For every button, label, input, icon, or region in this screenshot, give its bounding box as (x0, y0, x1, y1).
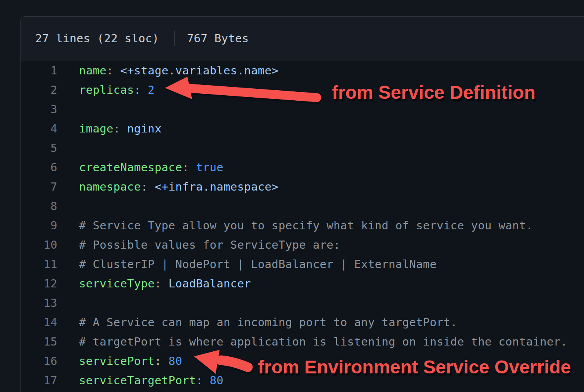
code-text: # A Service can map an incoming port to … (57, 313, 457, 332)
code-line: 12serviceType: LoadBalancer (21, 274, 584, 293)
line-number[interactable]: 8 (21, 196, 57, 216)
code-line: 4image: nginx (21, 119, 584, 138)
code-text: # Possible values for ServiceType are: (57, 235, 340, 254)
code-text: replicas: 2 (57, 80, 155, 100)
code-line: 11# ClusterIP | NodePort | LoadBalancer … (21, 254, 584, 274)
line-number[interactable]: 17 (21, 371, 57, 390)
code-text: serviceType: LoadBalancer (57, 274, 251, 293)
code-text (57, 100, 79, 119)
code-text: # targetPort is where application is lis… (57, 332, 567, 351)
environment-override-label: from Environment Service Override (258, 356, 571, 378)
code-text: namespace: <+infra.namespace> (57, 177, 278, 196)
code-line: 10# Possible values for ServiceType are: (21, 235, 584, 254)
code-line: 5 (21, 138, 584, 158)
file-content-panel: 27 lines (22 sloc) 767 Bytes 1name: <+st… (20, 16, 584, 392)
service-definition-label: from Service Definition (332, 82, 535, 103)
line-number[interactable]: 1 (21, 61, 57, 80)
code-text: # Service Type allow you to specify what… (57, 216, 533, 235)
code-line: 8 (21, 196, 584, 216)
code-text: image: nginx (57, 119, 161, 138)
code-line: 9# Service Type allow you to specify wha… (21, 216, 584, 235)
line-number[interactable]: 13 (21, 293, 57, 313)
code-line: 15# targetPort is where application is l… (21, 332, 584, 351)
code-line: 13 (21, 293, 584, 313)
line-number[interactable]: 11 (21, 254, 57, 274)
line-number[interactable]: 14 (21, 313, 57, 332)
line-number[interactable]: 4 (21, 119, 57, 138)
page: 27 lines (22 sloc) 767 Bytes 1name: <+st… (0, 0, 584, 392)
line-number[interactable]: 5 (21, 138, 57, 158)
file-size: 767 Bytes (187, 32, 249, 45)
file-lines-count: 27 lines (22 sloc) (35, 32, 159, 45)
line-number[interactable]: 7 (21, 177, 57, 196)
line-number[interactable]: 12 (21, 274, 57, 293)
line-number[interactable]: 15 (21, 332, 57, 351)
code-line: 14# A Service can map an incoming port t… (21, 313, 584, 332)
code-lines: 1name: <+stage.variables.name>2replicas:… (21, 60, 584, 390)
line-number[interactable]: 16 (21, 351, 57, 371)
code-text: # ClusterIP | NodePort | LoadBalancer | … (57, 254, 437, 274)
code-line: 7namespace: <+infra.namespace> (21, 177, 584, 196)
code-text: servicePort: 80 (57, 351, 182, 371)
code-text (57, 196, 79, 216)
line-number[interactable]: 2 (21, 80, 57, 100)
header-divider (174, 31, 175, 46)
code-text: createNamespace: true (57, 158, 223, 177)
file-header: 27 lines (22 sloc) 767 Bytes (21, 17, 584, 60)
code-text (57, 293, 79, 313)
line-number[interactable]: 6 (21, 158, 57, 177)
code-line: 6createNamespace: true (21, 158, 584, 177)
service-definition-arrow-icon (163, 74, 322, 105)
line-number[interactable]: 9 (21, 216, 57, 235)
line-number[interactable]: 3 (21, 100, 57, 119)
code-text (57, 138, 79, 158)
environment-override-arrow-icon (189, 345, 257, 383)
line-number[interactable]: 10 (21, 235, 57, 254)
